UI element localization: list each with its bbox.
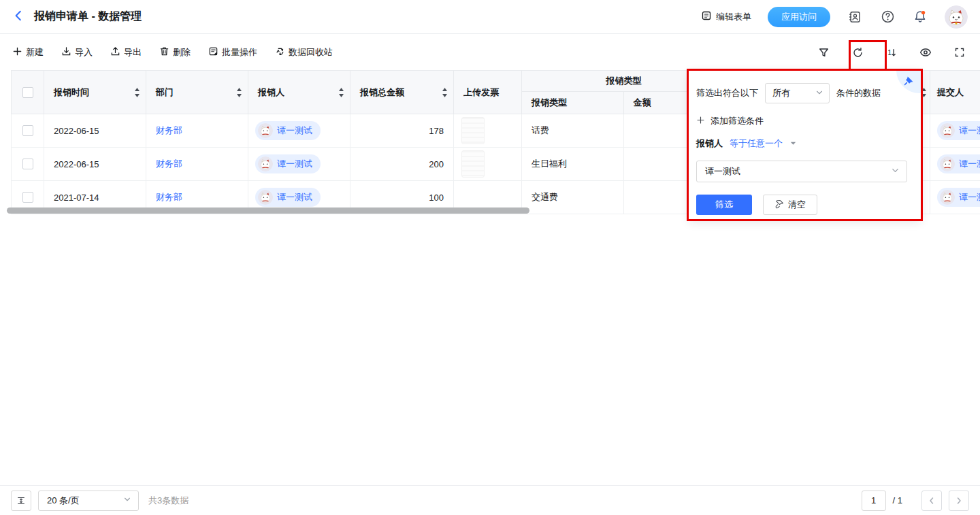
export-button[interactable]: 导出 bbox=[110, 46, 142, 59]
page-size-select[interactable]: 20 条/页 bbox=[38, 491, 139, 511]
submitter-pill[interactable]: 谭一测试 bbox=[937, 154, 980, 173]
sort-toggle-icon[interactable] bbox=[921, 88, 927, 97]
cell-type: 交通费 bbox=[522, 181, 624, 214]
form-icon bbox=[701, 10, 712, 23]
recycle-bin-button[interactable]: 数据回收站 bbox=[275, 46, 333, 59]
column-header-person[interactable]: 报销人 bbox=[248, 71, 350, 114]
column-header-submitter[interactable]: 提交人 bbox=[930, 71, 980, 114]
caret-down-icon[interactable] bbox=[789, 139, 797, 149]
page-title: 报销申请单 - 数据管理 bbox=[34, 10, 142, 24]
add-condition-button[interactable]: 添加筛选条件 bbox=[696, 115, 764, 127]
row-height-button[interactable] bbox=[11, 491, 31, 511]
export-icon bbox=[110, 46, 120, 59]
cat-avatar-icon bbox=[258, 123, 273, 138]
table-toolbar: 新建 导入 导出 删除 批量操作 数据回收站 bbox=[0, 35, 980, 70]
cell-total: 178 bbox=[350, 114, 454, 147]
address-book-icon[interactable] bbox=[847, 9, 863, 25]
page-number-input[interactable] bbox=[862, 491, 886, 511]
sort-toggle-icon[interactable] bbox=[236, 88, 242, 97]
fullscreen-icon[interactable] bbox=[951, 44, 968, 61]
import-icon bbox=[61, 46, 71, 59]
invoice-thumbnail[interactable] bbox=[461, 150, 485, 178]
plus-icon bbox=[696, 116, 705, 127]
import-button[interactable]: 导入 bbox=[61, 46, 93, 59]
person-pill[interactable]: 谭一测试 bbox=[255, 188, 321, 207]
create-button[interactable]: 新建 bbox=[12, 46, 44, 59]
next-page-button[interactable] bbox=[949, 491, 969, 511]
column-header-invoice[interactable]: 上传发票 bbox=[454, 71, 522, 114]
condition-value-select[interactable]: 谭一测试 bbox=[696, 161, 907, 182]
brush-clear-icon bbox=[774, 199, 784, 211]
person-pill[interactable]: 谭一测试 bbox=[255, 154, 321, 173]
delete-button[interactable]: 删除 bbox=[159, 46, 191, 59]
match-mode-select[interactable]: 所有 bbox=[765, 83, 830, 103]
row-checkbox[interactable] bbox=[22, 125, 33, 136]
help-icon[interactable] bbox=[879, 9, 896, 25]
batch-edit-icon bbox=[208, 46, 218, 59]
filter-popup: 筛选出符合以下 所有 条件的数据 添加筛选条件 报销人 等于任意一个 谭一测试 … bbox=[689, 70, 921, 219]
cell-total: 200 bbox=[350, 148, 454, 180]
cat-avatar-icon bbox=[258, 190, 273, 205]
column-visibility-icon[interactable] bbox=[917, 44, 934, 61]
condition-operator-dropdown[interactable]: 等于任意一个 bbox=[730, 137, 783, 150]
chevron-down-icon bbox=[815, 88, 823, 99]
cell-type: 生日福利 bbox=[522, 148, 624, 180]
pin-popup-button[interactable] bbox=[896, 70, 921, 93]
batch-actions-button[interactable]: 批量操作 bbox=[208, 46, 257, 59]
user-avatar[interactable] bbox=[945, 5, 968, 29]
filter-suffix-text: 条件的数据 bbox=[836, 87, 881, 99]
total-count-text: 共3条数据 bbox=[148, 495, 189, 507]
row-checkbox[interactable] bbox=[22, 159, 33, 169]
cell-date: 2022-06-15 bbox=[44, 114, 146, 147]
notification-bell-icon[interactable] bbox=[912, 9, 928, 25]
chevron-down-icon bbox=[123, 495, 131, 505]
select-all-checkbox-cell bbox=[12, 71, 44, 114]
total-pages-text: / 1 bbox=[893, 495, 902, 505]
submitter-pill[interactable]: 谭一测试 bbox=[937, 188, 980, 207]
data-management-page: 报销申请单 - 数据管理 编辑表单 应用访问 bbox=[0, 0, 980, 515]
cat-avatar-icon bbox=[940, 190, 955, 205]
select-all-checkbox[interactable] bbox=[22, 87, 33, 98]
cell-date: 2022-06-15 bbox=[44, 148, 146, 180]
cell-dept-link[interactable]: 财务部 bbox=[156, 158, 182, 170]
edit-form-label: 编辑表单 bbox=[716, 11, 751, 23]
top-bar: 报销申请单 - 数据管理 编辑表单 应用访问 bbox=[0, 0, 980, 34]
cat-avatar-icon bbox=[258, 156, 273, 171]
sort-toggle-icon[interactable] bbox=[442, 88, 448, 97]
plus-icon bbox=[12, 46, 22, 59]
refresh-icon[interactable] bbox=[849, 44, 866, 61]
cat-avatar-icon bbox=[940, 156, 955, 171]
chevron-down-icon bbox=[891, 166, 900, 177]
filter-prefix-text: 筛选出符合以下 bbox=[696, 87, 758, 99]
cat-avatar-icon bbox=[940, 123, 955, 138]
svg-text:1: 1 bbox=[887, 48, 892, 56]
back-chevron-icon bbox=[12, 10, 24, 24]
prev-page-button[interactable] bbox=[921, 491, 942, 511]
column-header-total[interactable]: 报销总金额 bbox=[350, 71, 454, 114]
app-access-button[interactable]: 应用访问 bbox=[768, 7, 830, 27]
recycle-icon bbox=[275, 46, 285, 59]
cell-dept-link[interactable]: 财务部 bbox=[156, 191, 182, 203]
sort-toggle-icon[interactable] bbox=[134, 88, 140, 97]
column-header-date[interactable]: 报销时间 bbox=[44, 71, 146, 114]
cell-type: 话费 bbox=[522, 114, 624, 147]
horizontal-scrollbar-thumb[interactable] bbox=[7, 207, 529, 214]
pagination-bar: 20 条/页 共3条数据 / 1 bbox=[0, 486, 980, 515]
pushpin-icon bbox=[904, 76, 914, 88]
cell-dept-link[interactable]: 财务部 bbox=[156, 124, 182, 137]
sort-icon[interactable]: 1 bbox=[883, 44, 900, 61]
clear-filter-button[interactable]: 清空 bbox=[763, 195, 817, 215]
submitter-pill[interactable]: 谭一测试 bbox=[937, 121, 980, 140]
back-button[interactable] bbox=[12, 10, 24, 24]
filter-icon[interactable] bbox=[815, 44, 832, 61]
column-header-dept[interactable]: 部门 bbox=[146, 71, 248, 114]
trash-icon bbox=[159, 46, 169, 59]
apply-filter-button[interactable]: 筛选 bbox=[696, 195, 752, 215]
row-checkbox[interactable] bbox=[22, 192, 33, 203]
sort-toggle-icon[interactable] bbox=[338, 88, 344, 97]
person-pill[interactable]: 谭一测试 bbox=[255, 121, 321, 140]
edit-form-button[interactable]: 编辑表单 bbox=[701, 10, 751, 23]
column-header-type[interactable]: 报销类型 bbox=[522, 92, 624, 114]
invoice-thumbnail[interactable] bbox=[461, 117, 485, 144]
condition-field-label: 报销人 bbox=[696, 137, 723, 150]
